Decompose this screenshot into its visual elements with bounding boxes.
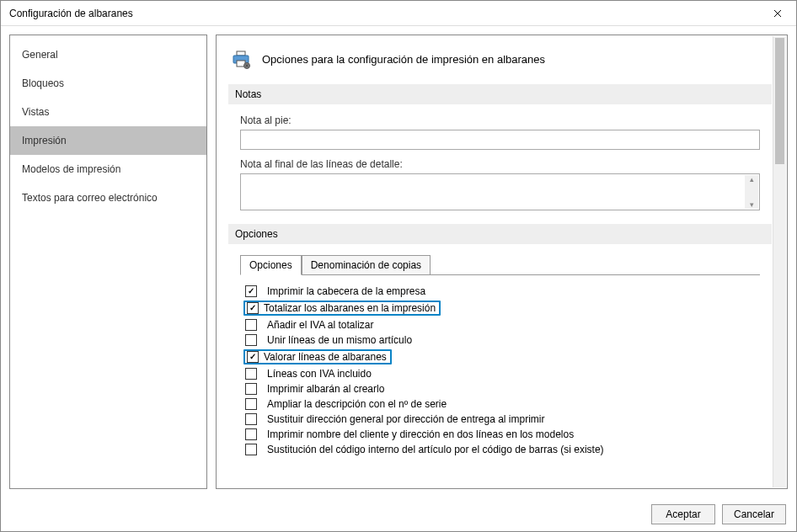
checkbox[interactable] xyxy=(245,368,257,380)
checkbox-row: Sustituir dirección general por direcció… xyxy=(245,412,757,427)
main-scroll-area: Opciones para la configuración de impres… xyxy=(217,35,787,488)
checkbox[interactable] xyxy=(245,444,257,455)
checkbox-row: Imprimir la cabecera de la empresa xyxy=(245,284,757,299)
nota-final-input[interactable]: ▴ ▾ xyxy=(240,173,760,210)
close-icon xyxy=(773,9,782,18)
checkbox-row: Imprimir nombre del cliente y dirección … xyxy=(245,427,757,442)
checkbox[interactable] xyxy=(245,334,257,346)
checkbox-label: Sustituir dirección general por direcció… xyxy=(267,413,544,425)
accept-button[interactable]: Aceptar xyxy=(651,504,715,524)
tab-body: Imprimir la cabecera de la empresaTotali… xyxy=(240,274,760,457)
panel-header: Opciones para la configuración de impres… xyxy=(228,45,772,79)
highlighted-option: Valorar líneas de albaranes xyxy=(243,349,392,364)
textarea-scrollbar[interactable]: ▴ ▾ xyxy=(745,175,758,209)
opciones-tabs-wrap: OpcionesDenominación de copias Imprimir … xyxy=(240,254,760,457)
scroll-up-icon: ▴ xyxy=(750,175,754,184)
nota-pie-block: Nota al pie: xyxy=(228,114,772,158)
checkbox-row: Ampliar la descripción con el nº de seri… xyxy=(245,396,757,412)
checkbox-row: Unir líneas de un mismo artículo xyxy=(245,332,757,348)
nota-pie-label: Nota al pie: xyxy=(240,114,760,126)
checkbox-label: Añadir el IVA al totalizar xyxy=(267,319,374,331)
highlighted-option: Totalizar los albaranes en la impresión xyxy=(243,301,441,316)
sidebar-item[interactable]: Textos para correo electrónico xyxy=(10,184,206,212)
scroll-down-icon: ▾ xyxy=(750,200,754,209)
nota-pie-input[interactable] xyxy=(240,130,760,150)
titlebar: Configuración de albaranes xyxy=(1,1,796,26)
checkbox[interactable] xyxy=(245,383,257,395)
nota-final-label: Nota al final de las líneas de detalle: xyxy=(240,158,760,170)
nota-final-block: Nota al final de las líneas de detalle: … xyxy=(228,158,772,219)
tab[interactable]: Denominación de copias xyxy=(302,255,431,275)
checkbox-label: Imprimir nombre del cliente y dirección … xyxy=(267,428,574,440)
checkbox[interactable] xyxy=(247,351,259,363)
checkbox-row: Totalizar los albaranes en la impresión xyxy=(245,299,757,317)
printer-icon xyxy=(232,51,250,67)
sidebar-item[interactable]: General xyxy=(10,40,206,69)
checkbox-label: Valorar líneas de albaranes xyxy=(264,351,387,363)
window-title: Configuración de albaranes xyxy=(9,8,133,19)
checkbox-label: Ampliar la descripción con el nº de seri… xyxy=(267,398,447,410)
checkbox-row: Añadir el IVA al totalizar xyxy=(245,317,757,332)
dialog-footer: Aceptar Cancelar xyxy=(1,497,796,531)
tab-row: OpcionesDenominación de copias xyxy=(240,255,760,275)
sidebar-item[interactable]: Modelos de impresión xyxy=(10,155,206,184)
dialog-window: Configuración de albaranes GeneralBloque… xyxy=(0,0,797,532)
close-button[interactable] xyxy=(758,1,796,26)
checkbox[interactable] xyxy=(245,398,257,410)
main-scrollbar[interactable] xyxy=(773,36,786,487)
checkbox-row: Valorar líneas de albaranes xyxy=(245,348,757,366)
checkbox-label: Sustitución del código interno del artíc… xyxy=(267,444,604,455)
checkbox[interactable] xyxy=(245,428,257,440)
checkbox[interactable] xyxy=(247,302,259,314)
checkbox-label: Imprimir la cabecera de la empresa xyxy=(267,285,425,297)
checkbox[interactable] xyxy=(245,413,257,425)
tab[interactable]: Opciones xyxy=(240,255,302,275)
panel-header-text: Opciones para la configuración de impres… xyxy=(262,53,545,66)
sidebar: GeneralBloqueosVistasImpresiónModelos de… xyxy=(9,35,207,489)
checkbox[interactable] xyxy=(245,319,257,331)
checkbox-label: Imprimir albarán al crearlo xyxy=(267,383,384,395)
checkbox-label: Líneas con IVA incluido xyxy=(267,368,372,380)
scrollbar-thumb[interactable] xyxy=(775,38,784,164)
checkbox-row: Imprimir albarán al crearlo xyxy=(245,381,757,396)
dialog-body: GeneralBloqueosVistasImpresiónModelos de… xyxy=(1,26,796,497)
sidebar-item[interactable]: Impresión xyxy=(10,126,206,155)
cancel-button[interactable]: Cancelar xyxy=(722,504,786,524)
checkbox[interactable] xyxy=(245,285,257,297)
checkbox-row: Sustitución del código interno del artíc… xyxy=(245,442,757,457)
section-opciones-title: Opciones xyxy=(228,224,772,244)
checkbox-label: Unir líneas de un mismo artículo xyxy=(267,334,412,346)
svg-rect-0 xyxy=(237,51,245,56)
sidebar-item[interactable]: Vistas xyxy=(10,98,206,126)
sidebar-item[interactable]: Bloqueos xyxy=(10,69,206,98)
main-panel: Opciones para la configuración de impres… xyxy=(216,35,788,489)
checkbox-label: Totalizar los albaranes en la impresión xyxy=(264,302,436,314)
checkbox-row: Líneas con IVA incluido xyxy=(245,366,757,381)
checkbox-list: Imprimir la cabecera de la empresaTotali… xyxy=(243,284,757,457)
section-notas-title: Notas xyxy=(228,84,772,104)
